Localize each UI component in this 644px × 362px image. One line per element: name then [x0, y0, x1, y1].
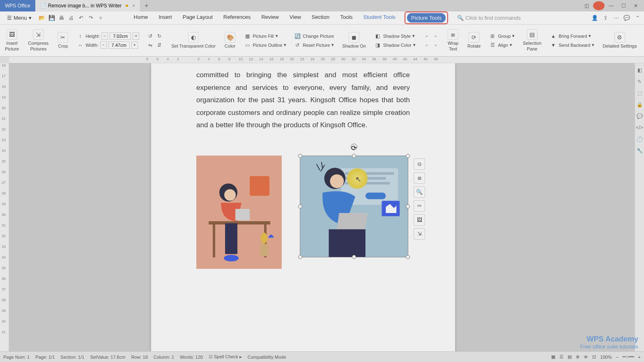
height-decrease-button[interactable]: − — [101, 32, 108, 40]
picture-outline-button[interactable]: ▭ Picture Outline▾ — [244, 41, 286, 49]
print-preview-icon[interactable]: 🖨 — [68, 15, 75, 21]
align-button[interactable]: ☰ Align▾ — [489, 41, 515, 49]
send-backward-button[interactable]: ▼ Send Backward▾ — [550, 41, 594, 49]
side-code-icon[interactable]: </> — [636, 125, 643, 131]
collapse-ribbon-icon[interactable]: ⌃ — [634, 15, 641, 21]
qat-dropdown-icon[interactable]: ▿ — [98, 15, 104, 21]
close-tab-icon[interactable]: × — [132, 3, 135, 9]
status-eye-icon[interactable]: 👁 — [584, 355, 588, 360]
tab-home[interactable]: Home — [132, 11, 150, 24]
app-tab[interactable]: WPS Office — [0, 0, 35, 11]
picture-fill-button[interactable]: ▦ Picture Fill▾ — [244, 32, 286, 40]
reset-picture-button[interactable]: ↺ Reset Picture▾ — [294, 41, 334, 49]
tab-picture-tools[interactable]: Picture Tools — [407, 13, 446, 23]
document-tab[interactable]: 📄 Remove image b... in WPS Writer × — [35, 0, 140, 11]
bring-forward-button[interactable]: ▲ Bring Forward▾ — [550, 32, 594, 40]
command-search[interactable]: 🔍 Click to find commands — [457, 15, 520, 21]
width-input[interactable] — [108, 41, 130, 49]
side-chat-icon[interactable]: 💬 — [637, 113, 643, 119]
insert-picture-button[interactable]: 🖼 Insert Picture — [2, 29, 21, 51]
rotate-right-icon[interactable]: ↻ — [156, 32, 163, 40]
vertical-ruler[interactable]: 1617181920212223242526272829303132333435… — [0, 63, 9, 351]
nudge-down-icon[interactable]: ▫ — [432, 41, 439, 49]
undo-icon[interactable]: ↶ — [78, 15, 85, 21]
shadow-color-button[interactable]: ◨ Shadow Color▾ — [374, 41, 416, 49]
height-input[interactable] — [110, 32, 131, 40]
width-decrease-button[interactable]: − — [100, 41, 107, 49]
status-view-outline-icon[interactable]: ☰ — [559, 354, 564, 360]
status-view-web-icon[interactable]: ▤ — [568, 354, 572, 360]
minimize-icon[interactable]: — — [605, 1, 617, 10]
wrap-button[interactable]: ≣ — [414, 172, 425, 184]
horizontal-ruler[interactable]: 8642246810121416182022242628303234363840… — [9, 57, 644, 63]
resize-handle-bl[interactable] — [298, 255, 302, 259]
width-increase-button[interactable]: + — [131, 41, 138, 49]
zoom-slider[interactable]: ━○━━ — [623, 354, 634, 360]
redo-icon[interactable]: ↷ — [88, 15, 94, 21]
resize-handle-br[interactable] — [406, 255, 410, 259]
zoom-in-button[interactable]: + — [638, 355, 641, 360]
side-nav-icon[interactable]: ◧ — [637, 67, 642, 73]
height-increase-button[interactable]: + — [133, 32, 139, 40]
detailed-settings-button[interactable]: ⚙ Detailed Settings — [600, 32, 639, 49]
open-icon[interactable]: 📂 — [39, 15, 45, 21]
tab-review[interactable]: Review — [260, 11, 281, 24]
illustration-man-laptop-selected[interactable]: ↖ ⟳ ⊖ ≣ 🔍 ✂ 🖼 ⇲ — [300, 156, 408, 257]
resize-handle-tl[interactable] — [298, 154, 302, 158]
zoom-out-button[interactable]: − — [616, 355, 618, 360]
export-float-button[interactable]: ⇲ — [414, 228, 425, 240]
share-icon[interactable]: ⇪ — [602, 15, 609, 21]
side-select-icon[interactable]: ⬚ — [637, 90, 642, 96]
feedback-icon[interactable]: 💬 — [623, 15, 630, 21]
document-canvas[interactable]: committed to bringing the simplest and m… — [9, 63, 635, 351]
resize-handle-tm[interactable] — [352, 154, 356, 158]
tab-student-tools[interactable]: Student Tools — [362, 11, 398, 24]
status-view-print-icon[interactable]: ▦ — [551, 354, 555, 360]
resize-handle-tr[interactable] — [406, 154, 410, 158]
new-tab-button[interactable]: + — [140, 2, 152, 9]
flip-v-icon[interactable]: ⇵ — [156, 41, 163, 49]
flip-h-icon[interactable]: ⇋ — [147, 41, 154, 49]
shadow-style-button[interactable]: ◧ Shadow Style▾ — [374, 32, 416, 40]
resize-handle-bm[interactable] — [352, 255, 356, 259]
zoom-value[interactable]: 100% — [600, 355, 612, 360]
close-icon[interactable]: ✕ — [630, 1, 642, 10]
zoom-button[interactable]: 🔍 — [414, 186, 425, 198]
crop-float-button[interactable]: ✂ — [414, 200, 425, 212]
shadow-on-button[interactable]: ◼ Shadow On — [340, 32, 368, 49]
group-button[interactable]: ⊞ Group▾ — [489, 32, 515, 40]
tab-references[interactable]: References — [222, 11, 252, 24]
compress-pictures-button[interactable]: ⇲ Compress Pictures — [25, 29, 51, 51]
paragraph-text[interactable]: committed to bringing the simplest and m… — [196, 69, 410, 132]
tab-page-layout[interactable]: Page Layout — [181, 11, 214, 24]
crop-button[interactable]: ✂ Crop — [55, 32, 71, 49]
layout-options-button[interactable]: ⊖ — [414, 158, 425, 170]
selection-pane-button[interactable]: ▤ Selection Pane — [520, 29, 544, 51]
status-spell-check[interactable]: ☑ Spell Check ▸ — [209, 354, 242, 360]
rotate-handle-icon[interactable]: ⟳ — [351, 144, 357, 150]
window-layout-icon[interactable]: ◫ — [581, 1, 592, 10]
resize-handle-mr[interactable] — [406, 204, 410, 208]
nudge-left-icon[interactable]: ▫ — [423, 41, 430, 49]
nudge-right-icon[interactable]: ▫ — [432, 32, 439, 40]
side-clock-icon[interactable]: 🕐 — [637, 136, 643, 142]
side-tools-icon[interactable]: 🔧 — [637, 148, 643, 154]
set-transparent-button[interactable]: ◐ Set Transparent Color — [169, 32, 218, 49]
tab-insert[interactable]: Insert — [157, 11, 174, 24]
rotate-button[interactable]: ⟳ Rotate — [465, 32, 483, 49]
status-view-read-icon[interactable]: ⊕ — [576, 354, 580, 360]
account-icon[interactable]: 👤 — [591, 15, 598, 21]
tab-view[interactable]: View — [288, 11, 303, 24]
change-picture-button[interactable]: 🔄 Change Picture — [294, 32, 334, 40]
side-lock-icon[interactable]: 🔒 — [637, 102, 643, 108]
color-button[interactable]: 🎨 Color — [222, 32, 238, 49]
status-fit-icon[interactable]: ⊡ — [592, 354, 596, 360]
wrap-text-button[interactable]: ≣ Wrap Text — [445, 29, 461, 51]
illustration-woman-desk[interactable] — [196, 156, 282, 269]
replace-float-button[interactable]: 🖼 — [414, 214, 425, 226]
resize-handle-ml[interactable] — [298, 204, 302, 208]
print-icon[interactable]: 🖶 — [58, 15, 65, 21]
nudge-up-icon[interactable]: ▫ — [423, 32, 430, 40]
menu-button[interactable]: ☰ Menu ▾ — [3, 13, 35, 23]
rotate-left-icon[interactable]: ↺ — [147, 32, 154, 40]
